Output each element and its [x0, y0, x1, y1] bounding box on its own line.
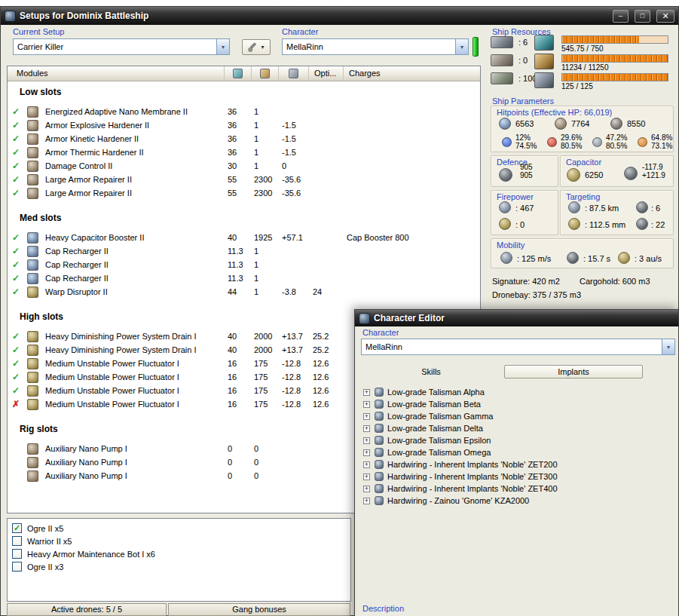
- implant-tree-item[interactable]: Hardwiring - Inherent Implants 'Noble' Z…: [359, 470, 676, 483]
- expand-plus-icon[interactable]: [363, 473, 370, 480]
- chevron-down-icon[interactable]: [662, 339, 674, 354]
- editor-character-value: MellaRinn: [362, 342, 662, 351]
- drone-item[interactable]: Heavy Armor Maintenance Bot I x6: [12, 547, 350, 560]
- module-status-cell: [8, 246, 24, 256]
- module-row[interactable]: Armor Kinetic Hardener II361-1.5: [8, 132, 480, 146]
- current-setup-combo[interactable]: Carrier Killer: [13, 38, 230, 55]
- implant-tree-item[interactable]: Low-grade Talisman Beta: [359, 398, 676, 410]
- drone-checkbox[interactable]: [12, 549, 22, 559]
- module-row[interactable]: Warp Disruptor II441-3.824: [8, 285, 480, 299]
- current-setup-value: Carrier Killer: [14, 42, 216, 51]
- module-status-cell: [8, 232, 24, 243]
- gang-bonuses-status[interactable]: Gang bonuses: [168, 603, 350, 616]
- modules-column-header[interactable]: Modules: [8, 66, 225, 81]
- character-combo[interactable]: MellaRinn: [282, 38, 469, 55]
- module-name: Heavy Capacitor Booster II: [41, 233, 225, 242]
- module-row[interactable]: Large Armor Repairer II552300-35.6: [8, 173, 480, 186]
- expand-plus-icon[interactable]: [363, 461, 370, 468]
- module-row[interactable]: Cap Recharger II11.31: [8, 271, 480, 285]
- module-amount: 0: [251, 458, 279, 467]
- module-icon: [27, 259, 38, 271]
- module-row[interactable]: Armor Explosive Hardener II361-1.5: [8, 118, 480, 132]
- module-status-cell: [8, 287, 24, 297]
- implant-tree-item[interactable]: Low-grade Talisman Epsilon: [359, 434, 676, 446]
- charges-column-header[interactable]: Charges: [344, 66, 480, 81]
- implant-tree-item[interactable]: Low-grade Talisman Gamma: [359, 410, 676, 422]
- bandwidth-bar: [561, 73, 668, 81]
- optimal-column-header[interactable]: Opti...: [309, 66, 344, 81]
- capacitor-column-header[interactable]: [279, 66, 309, 81]
- module-icon-cell: [24, 174, 41, 185]
- module-icon: [27, 246, 38, 257]
- chevron-down-icon[interactable]: [455, 39, 468, 54]
- expand-plus-icon[interactable]: [363, 486, 370, 492]
- character-editor-titlebar[interactable]: Character Editor: [355, 310, 678, 326]
- tab-implants[interactable]: Implants: [504, 365, 643, 378]
- module-status-cell: [8, 273, 24, 283]
- module-icon: [27, 232, 38, 244]
- chevron-down-icon[interactable]: [216, 39, 229, 54]
- module-cpu: 36: [225, 107, 251, 116]
- setup-tools-button[interactable]: [242, 39, 271, 55]
- module-row[interactable]: Heavy Capacitor Booster II401925+57.1Cap…: [8, 231, 480, 244]
- expand-plus-icon[interactable]: [363, 401, 370, 408]
- module-amount: 1: [251, 260, 279, 269]
- max-velocity-value: : 125 m/s: [517, 254, 551, 263]
- expand-plus-icon[interactable]: [363, 389, 370, 396]
- mobility-label: Mobility: [497, 241, 525, 250]
- module-name: Warp Disruptor II: [41, 287, 225, 296]
- implant-tree-item[interactable]: Low-grade Talisman Delta: [359, 422, 676, 434]
- module-row[interactable]: Cap Recharger II11.31: [8, 258, 480, 271]
- implant-tree-item[interactable]: Hardwiring - Zainou 'Gnome' KZA2000: [359, 495, 676, 507]
- modules-table-header[interactable]: Modules Opti... Charges: [8, 66, 480, 81]
- powergrid-column-header[interactable]: [252, 66, 279, 81]
- module-row[interactable]: Energized Adaptive Nano Membrane II361: [8, 105, 480, 118]
- drone-item[interactable]: Ogre II x3: [12, 560, 350, 573]
- implant-tree-item[interactable]: Low-grade Talisman Omega: [359, 446, 676, 458]
- implant-name: Low-grade Talisman Alpha: [387, 388, 485, 397]
- drone-checkbox[interactable]: [12, 562, 22, 572]
- expand-plus-icon[interactable]: [363, 413, 370, 420]
- current-setup-label: Current Setup: [13, 27, 64, 36]
- drone-item[interactable]: Warrior II x5: [12, 535, 350, 547]
- close-button[interactable]: [656, 10, 674, 23]
- drone-checkbox[interactable]: [12, 536, 22, 546]
- hitpoints-title: Hitpoints (Effective HP: 66,019): [497, 108, 612, 117]
- module-cap-use: +13.7: [279, 332, 310, 341]
- module-row[interactable]: Large Armor Repairer II552300-35.6: [8, 186, 480, 200]
- module-row[interactable]: Cap Recharger II11.31: [8, 244, 480, 258]
- tab-skills[interactable]: Skills: [361, 366, 501, 378]
- module-icon-cell: [24, 106, 41, 118]
- module-row[interactable]: Damage Control II3010: [8, 159, 480, 173]
- implant-name: Low-grade Talisman Gamma: [387, 412, 493, 421]
- expand-plus-icon[interactable]: [363, 425, 370, 432]
- drone-label: Ogre II x5: [27, 524, 63, 533]
- shield-hp: 6563: [499, 118, 534, 130]
- module-cap-use: -35.6: [279, 175, 310, 184]
- align-time-value: : 15.7 s: [583, 254, 610, 263]
- drone-checkbox[interactable]: [12, 523, 22, 533]
- cpu-column-header[interactable]: [225, 66, 252, 81]
- module-icon-cell: [24, 457, 41, 468]
- editor-character-combo[interactable]: MellaRinn: [361, 339, 675, 355]
- module-amount: 175: [251, 372, 279, 382]
- expand-plus-icon[interactable]: [363, 437, 370, 444]
- module-icon-cell: [24, 120, 41, 131]
- minimize-button[interactable]: [613, 10, 629, 23]
- maximize-button[interactable]: [635, 10, 650, 23]
- module-name: Large Armor Repairer II: [41, 175, 225, 184]
- implant-tree-item[interactable]: Low-grade Talisman Alpha: [359, 386, 676, 398]
- implant-tree-item[interactable]: Hardwiring - Inherent Implants 'Noble' Z…: [359, 483, 676, 495]
- module-row[interactable]: Armor Thermic Hardener II361-1.5: [8, 146, 480, 159]
- drone-item[interactable]: Ogre II x5: [12, 522, 350, 535]
- expand-plus-icon[interactable]: [363, 498, 370, 504]
- module-amount: 1: [251, 274, 279, 283]
- implant-tree-item[interactable]: Hardwiring - Inherent Implants 'Noble' Z…: [359, 458, 676, 470]
- module-cap-use: +57.1: [279, 233, 310, 242]
- capacitor-balance-values: -117.9 +121.9: [642, 163, 665, 179]
- expand-plus-icon[interactable]: [363, 449, 370, 456]
- signature-value: Signature: 420 m2: [492, 277, 560, 286]
- module-cap-use: +13.7: [279, 345, 310, 354]
- main-window-titlebar[interactable]: Setups for Dominix Battleship: [1, 7, 678, 25]
- module-cpu: 16: [225, 359, 251, 368]
